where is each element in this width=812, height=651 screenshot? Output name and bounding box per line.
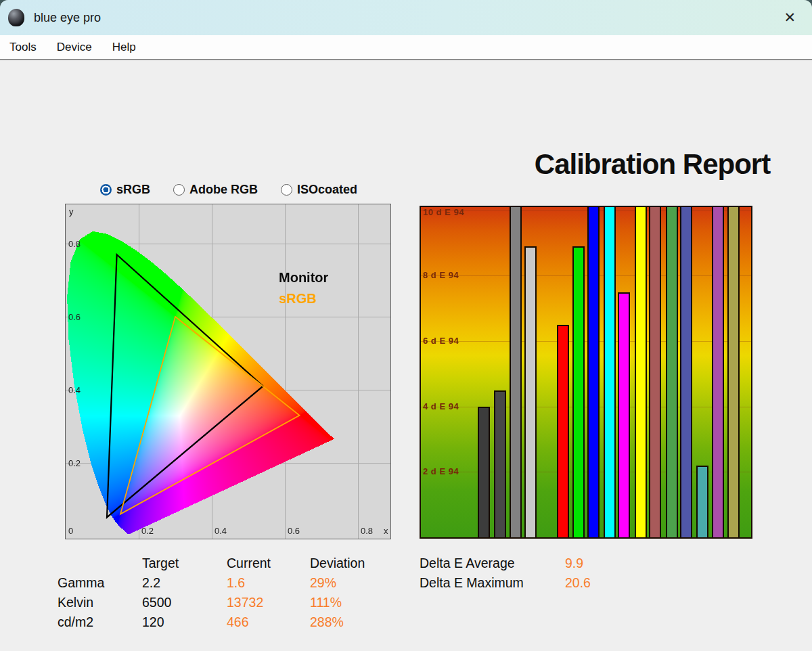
table-row-gamma: Gamma 2.2 1.6 29% — [58, 573, 391, 593]
delta-e-bar — [572, 246, 585, 537]
delta-e-summary: Delta E Average 9.9 Delta E Maximum 20.6 — [420, 554, 591, 593]
bar-chart-scale-label: 8 d E 94 — [423, 270, 459, 280]
title-bar: blue eye pro ✕ — [0, 0, 812, 35]
bar-chart-gridline — [421, 341, 751, 342]
close-icon[interactable]: ✕ — [784, 11, 796, 25]
col-header-target: Target — [142, 554, 227, 573]
delta-e-bar — [618, 292, 630, 537]
delta-e-bar — [696, 466, 708, 537]
delta-e-maximum-value: 20.6 — [565, 573, 591, 593]
menu-item-device[interactable]: Device — [47, 41, 102, 54]
radio-option-srgb[interactable]: sRGB — [100, 183, 150, 197]
menu-item-help[interactable]: Help — [102, 41, 146, 54]
measurements-table: Target Current Deviation Gamma 2.2 1.6 2… — [58, 554, 391, 632]
bar-chart-scale-label: 10 d E 94 — [423, 207, 464, 217]
delta-e-bar — [557, 325, 569, 537]
delta-e-bar — [666, 207, 678, 537]
legend-srgb: sRGB — [279, 291, 317, 306]
bar-chart-scale-label: 6 d E 94 — [423, 336, 459, 346]
delta-e-bar — [727, 207, 740, 537]
delta-e-average-label: Delta E Average — [420, 554, 565, 573]
delta-e-bar — [635, 207, 647, 537]
radio-label-isocoated: ISOcoated — [297, 183, 357, 197]
delta-e-bar — [478, 407, 490, 537]
delta-e-bar — [510, 207, 522, 537]
radio-unselected-icon[interactable] — [173, 184, 185, 196]
table-header-row: Target Current Deviation — [58, 554, 391, 573]
main-content: Calibration Report sRGB Adobe RGB ISOcoa… — [0, 60, 812, 651]
radio-unselected-icon[interactable] — [281, 184, 292, 196]
cie-chromaticity-diagram: Monitor sRGB — [65, 204, 391, 539]
radio-option-adobe-rgb[interactable]: Adobe RGB — [173, 183, 258, 197]
delta-e-maximum-row: Delta E Maximum 20.6 — [420, 573, 591, 593]
bar-chart-scale-label: 4 d E 94 — [423, 401, 459, 411]
bar-chart-gridline — [421, 407, 751, 407]
table-row-kelvin: Kelvin 6500 13732 111% — [58, 593, 391, 612]
page-title: Calibration Report — [513, 148, 792, 181]
delta-e-average-value: 9.9 — [565, 554, 583, 573]
delta-e-bar — [712, 207, 724, 537]
menu-item-tools[interactable]: Tools — [0, 41, 47, 54]
delta-e-bar — [604, 207, 616, 537]
cie-canvas — [66, 204, 390, 539]
delta-e-bar — [524, 246, 537, 537]
delta-e-bar — [680, 207, 692, 537]
bar-chart-gridline — [421, 210, 751, 211]
delta-e-bar — [649, 207, 661, 537]
radio-label-adobe-rgb: Adobe RGB — [189, 183, 258, 197]
gamut-radio-group: sRGB Adobe RGB ISOcoated — [100, 183, 380, 197]
delta-e-maximum-label: Delta E Maximum — [420, 573, 565, 593]
bar-chart-gridline — [421, 275, 751, 276]
window-title: blue eye pro — [34, 11, 101, 25]
app-window: blue eye pro ✕ Tools Device Help Calibra… — [0, 0, 812, 651]
delta-e-average-row: Delta E Average 9.9 — [420, 554, 591, 573]
menu-bar: Tools Device Help — [0, 35, 812, 60]
app-logo-icon — [8, 9, 24, 26]
legend-monitor: Monitor — [279, 270, 328, 285]
delta-e-bar — [494, 390, 506, 537]
table-row-luminance: cd/m2 120 466 288% — [58, 612, 391, 632]
bar-chart-scale-label: 2 d E 94 — [423, 466, 459, 476]
col-header-deviation: Deviation — [310, 554, 391, 573]
radio-selected-icon[interactable] — [100, 184, 112, 196]
col-header-current: Current — [227, 554, 310, 573]
delta-e-bar — [587, 207, 600, 537]
delta-e-bar-chart: 10 d E 948 d E 946 d E 944 d E 942 d E 9… — [420, 206, 752, 539]
radio-label-srgb: sRGB — [116, 183, 150, 197]
radio-option-isocoated[interactable]: ISOcoated — [281, 183, 357, 197]
